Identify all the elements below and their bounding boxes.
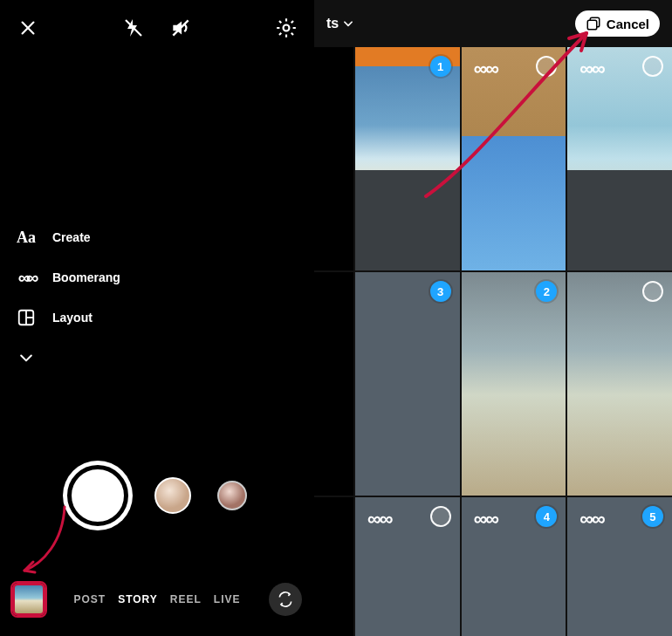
effect-thumb-1[interactable] <box>154 477 191 514</box>
close-button[interactable] <box>16 16 40 40</box>
boomerang-indicator: ∞∞ <box>579 58 603 80</box>
selection-order-badge[interactable]: 3 <box>430 281 451 302</box>
tab-reel[interactable]: REEL <box>170 593 202 605</box>
settings-button[interactable] <box>274 16 298 40</box>
effect-thumb-2[interactable] <box>217 481 247 510</box>
selection-order-badge[interactable]: 2 <box>536 281 557 302</box>
picker-top-bar: ts Cancel <box>314 0 672 47</box>
gallery-item[interactable]: 2 <box>462 272 566 496</box>
close-icon <box>18 18 38 38</box>
shutter-button[interactable] <box>67 465 128 526</box>
mode-label: Layout <box>52 311 93 325</box>
cancel-multiselect-button[interactable]: Cancel <box>575 10 660 37</box>
type-icon: Aa <box>16 227 37 248</box>
selection-circle[interactable] <box>642 56 663 77</box>
infinity-icon: ∞∞ <box>16 267 37 288</box>
mode-layout[interactable]: Layout <box>16 307 120 328</box>
gallery-item[interactable]: ∞∞ <box>355 497 460 636</box>
mute-toggle[interactable] <box>168 16 193 40</box>
chevron-down-icon <box>342 17 354 30</box>
selection-order-badge[interactable]: 1 <box>430 56 451 77</box>
boomerang-indicator: ∞∞ <box>367 508 391 530</box>
gallery-item[interactable]: ∞∞ <box>462 47 566 270</box>
tab-live[interactable]: LIVE <box>214 593 241 605</box>
gallery-item[interactable]: 3 <box>355 272 460 496</box>
mute-icon <box>169 17 192 39</box>
tab-post[interactable]: POST <box>73 593 106 605</box>
gallery-picker-screen: ts Cancel 1∞∞∞∞32∞∞∞∞4∞∞5 <box>314 0 672 636</box>
gallery-item[interactable] <box>567 272 672 496</box>
mode-label: Create <box>52 230 91 244</box>
svg-point-2 <box>284 25 290 31</box>
gallery-grid: 1∞∞∞∞32∞∞∞∞4∞∞5 <box>314 47 672 636</box>
switch-camera-icon <box>277 591 294 608</box>
chevron-down-icon <box>16 347 37 368</box>
mode-expand[interactable] <box>16 347 120 368</box>
multiselect-icon <box>586 16 601 31</box>
layout-icon <box>16 307 37 328</box>
grid-gutter <box>314 272 353 496</box>
selection-circle[interactable] <box>536 56 557 77</box>
mode-label: Boomerang <box>52 270 120 284</box>
capture-row <box>0 462 314 529</box>
flash-off-icon <box>123 17 144 38</box>
gallery-item[interactable]: 1 <box>355 47 460 270</box>
boomerang-indicator: ∞∞ <box>579 508 603 530</box>
grid-gutter <box>314 497 353 636</box>
tab-story[interactable]: STORY <box>118 593 158 605</box>
camera-tabs: POST STORY REEL LIVE <box>56 593 258 605</box>
camera-top-center <box>121 16 193 40</box>
cancel-label: Cancel <box>607 17 649 31</box>
mode-boomerang[interactable]: ∞∞ Boomerang <box>16 267 120 288</box>
gallery-item[interactable]: ∞∞ <box>567 47 672 270</box>
mode-create[interactable]: Aa Create <box>16 227 120 248</box>
camera-bottom-bar: POST STORY REEL LIVE <box>0 578 314 620</box>
selection-circle[interactable] <box>642 281 663 302</box>
gear-icon <box>275 17 298 39</box>
album-label-fragment: ts <box>326 16 339 31</box>
boomerang-indicator: ∞∞ <box>474 508 497 530</box>
open-gallery-button[interactable] <box>12 583 45 616</box>
grid-gutter <box>314 47 353 270</box>
camera-top-bar <box>0 0 314 56</box>
album-selector[interactable]: ts <box>326 16 354 31</box>
svg-rect-7 <box>587 20 597 30</box>
mode-list: Aa Create ∞∞ Boomerang Layout <box>16 227 120 368</box>
gallery-item[interactable]: ∞∞4 <box>462 497 566 636</box>
switch-camera-button[interactable] <box>269 583 302 616</box>
gallery-item[interactable]: ∞∞5 <box>567 497 672 636</box>
selection-circle[interactable] <box>430 506 451 527</box>
camera-screen: Aa Create ∞∞ Boomerang Layout <box>0 0 314 636</box>
selection-order-badge[interactable]: 5 <box>642 506 663 527</box>
selection-order-badge[interactable]: 4 <box>536 506 557 527</box>
boomerang-indicator: ∞∞ <box>474 58 497 80</box>
flash-toggle[interactable] <box>121 16 146 40</box>
